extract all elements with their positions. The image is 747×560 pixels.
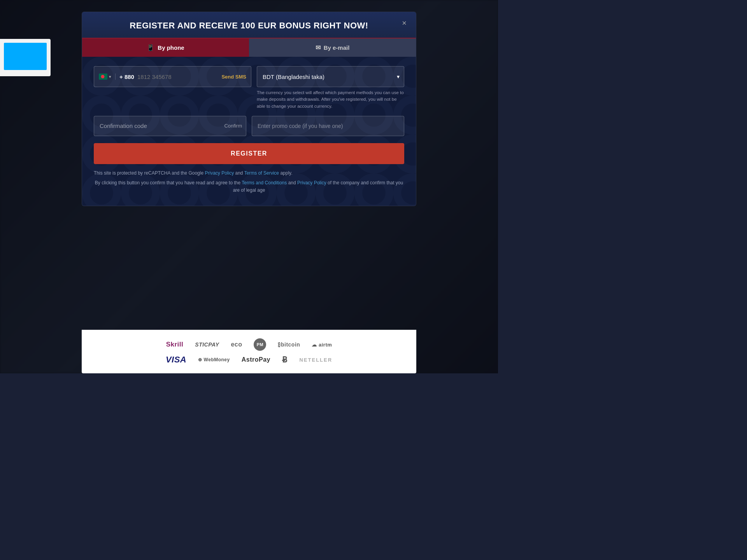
registration-modal: REGISTER AND RECEIVE 100 EUR BONUS RIGHT… <box>82 12 416 206</box>
close-button[interactable]: × <box>399 18 410 28</box>
code-promo-row: Confirm <box>94 116 404 136</box>
country-code: + 880 <box>119 74 134 80</box>
recaptcha-text: This site is protected by reCAPTCHA and … <box>94 170 203 176</box>
currency-note: The currency you select will affect whic… <box>257 89 404 110</box>
tab-phone[interactable]: 📱 By phone <box>82 38 249 57</box>
phone-icon: 📱 <box>147 44 154 51</box>
apply-text: apply. <box>280 170 292 176</box>
terms-of-service-link[interactable]: Terms of Service <box>244 170 279 176</box>
privacy-policy-link-1[interactable]: Privacy Policy <box>205 170 234 176</box>
modal-body: ▾ + 880 Send SMS BDT (Bangladeshi taka) … <box>82 57 416 206</box>
and-text-2: and <box>288 180 296 186</box>
country-selector[interactable]: ▾ <box>99 74 116 80</box>
confirmation-code-input[interactable] <box>94 116 246 136</box>
terms-conditions-link[interactable]: Terms and Conditions <box>242 180 287 186</box>
currency-select-wrapper: BDT (Bangladeshi taka) USD (US Dollar) E… <box>257 66 404 87</box>
promo-code-input[interactable] <box>252 116 404 136</box>
modal-overlay: REGISTER AND RECEIVE 100 EUR BONUS RIGHT… <box>0 0 498 373</box>
privacy-policy-link-2[interactable]: Privacy Policy <box>297 180 326 186</box>
tab-phone-label: By phone <box>158 44 184 51</box>
country-chevron-icon: ▾ <box>109 74 111 79</box>
agreement-text: By clicking this button you confirm that… <box>95 180 240 186</box>
currency-select[interactable]: BDT (Bangladeshi taka) USD (US Dollar) E… <box>257 66 404 87</box>
promo-code-container <box>252 116 404 136</box>
confirmation-code-container: Confirm <box>94 116 246 136</box>
modal-title: REGISTER AND RECEIVE 100 EUR BONUS RIGHT… <box>90 21 408 31</box>
currency-container: BDT (Bangladeshi taka) USD (US Dollar) E… <box>257 66 404 110</box>
registration-tabs: 📱 By phone ✉ By e-mail <box>82 38 416 57</box>
bangladesh-flag <box>99 74 107 80</box>
confirm-button[interactable]: Confirm <box>224 123 242 129</box>
phone-currency-row: ▾ + 880 Send SMS BDT (Bangladeshi taka) … <box>94 66 404 110</box>
tab-email-label: By e-mail <box>324 44 350 51</box>
modal-header: REGISTER AND RECEIVE 100 EUR BONUS RIGHT… <box>82 12 416 38</box>
and-text-1: and <box>235 170 243 176</box>
send-sms-button[interactable]: Send SMS <box>217 74 246 80</box>
phone-input-container: ▾ + 880 Send SMS <box>94 66 251 87</box>
register-button[interactable]: REGISTER <box>94 143 404 164</box>
email-icon: ✉ <box>316 44 321 51</box>
tab-email[interactable]: ✉ By e-mail <box>249 38 416 57</box>
phone-number-input[interactable] <box>137 74 217 80</box>
legal-text: This site is protected by reCAPTCHA and … <box>94 170 404 194</box>
